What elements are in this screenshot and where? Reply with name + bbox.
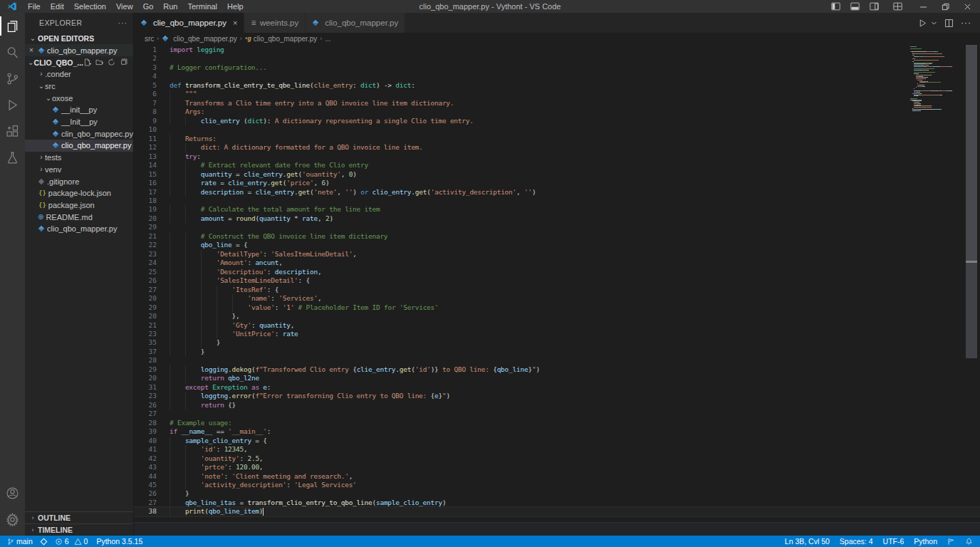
tree-item-clio-qbo-mapper-py[interactable]: clio_qbo_mapper.py: [25, 140, 133, 152]
tab-clio-qbo-mapper-py[interactable]: clio_qbo_mapper.py: [306, 13, 405, 33]
explorer-icon[interactable]: [0, 13, 25, 39]
extensions-icon[interactable]: [0, 118, 25, 145]
breadcrumb-item[interactable]: ...: [325, 35, 330, 43]
tree-item-package-lock-json[interactable]: {}package-lock.json: [25, 187, 133, 199]
tree-item-package-json[interactable]: {}package.json: [25, 199, 133, 212]
line-number: 20: [134, 214, 157, 223]
code-editor[interactable]: 1import legging23# Logger configuration.…: [134, 44, 980, 536]
new-file-icon[interactable]: [83, 58, 91, 66]
tree-item-venv[interactable]: ›venv: [25, 164, 133, 176]
breadcrumb-item[interactable]: ⁹gclio_qbo_mapper.py: [245, 35, 317, 43]
split-editor-icon[interactable]: [944, 19, 954, 28]
new-folder-icon[interactable]: [95, 58, 103, 66]
code-line: 38print(qbo_line_item): [134, 507, 980, 516]
python-file-icon: [53, 107, 58, 113]
editor-scrollbar[interactable]: [966, 45, 977, 358]
tree-item-clio-qbo-mapper-py[interactable]: clio_qbo_mapper.py: [25, 223, 133, 235]
tab-weeints-py[interactable]: ≣weeints.py: [244, 13, 306, 33]
code-line: 44'note': 'Client meeting and research.'…: [134, 472, 980, 481]
tree-item-oxose[interactable]: ⌄oxose: [25, 92, 133, 104]
git-branch-indicator[interactable]: main: [7, 537, 33, 546]
error-icon: [55, 538, 63, 546]
testing-icon[interactable]: [0, 145, 25, 171]
close-icon[interactable]: [964, 3, 971, 11]
language-indicator[interactable]: Python: [914, 537, 937, 546]
breadcrumb-item[interactable]: src: [145, 35, 154, 43]
source-control-icon[interactable]: [0, 66, 25, 92]
encoding-indicator[interactable]: UTF-6: [883, 537, 905, 546]
line-number: 40: [134, 437, 157, 445]
cursor-position[interactable]: Ln 3B, Cvl 50: [785, 537, 830, 546]
minimize-icon[interactable]: [919, 3, 927, 11]
breadcrumb: src›clio_qbe_mapper.py›⁹gclio_qbo_mapper…: [134, 33, 980, 44]
restore-icon[interactable]: [942, 3, 949, 11]
notifications-bell-icon[interactable]: [965, 538, 973, 546]
menu-help[interactable]: Help: [222, 2, 249, 11]
menu-view[interactable]: View: [111, 2, 138, 11]
workspace-section[interactable]: ⌄ CLIO_QBO_...: [25, 56, 133, 68]
chevron-right-icon: ›: [38, 71, 45, 78]
settings-gear-icon[interactable]: [0, 506, 25, 533]
tab-clie-qbo-mapper-py[interactable]: clie_qbo_mapper.py×: [134, 13, 244, 33]
breadcrumb-item[interactable]: clio_qbe_mapper.py: [162, 35, 237, 43]
code-line: 39if __name__ == '__main__':: [134, 427, 980, 436]
python-file-icon: [313, 20, 318, 26]
tree-item-src[interactable]: ⌄src: [25, 80, 133, 93]
tree-item--init-py[interactable]: __init__py: [25, 104, 133, 116]
refresh-icon[interactable]: [108, 58, 115, 66]
line-number: 8: [134, 108, 157, 116]
code-line: 24'Amount': ancunt,: [134, 259, 980, 267]
open-editor-item[interactable]: × clio_qbo_mapper.py: [25, 44, 133, 56]
indentation-indicator[interactable]: Spaces: 4: [840, 537, 873, 546]
tree-item-clin-qbo-mappec-py[interactable]: clin_qbo_mappec.py: [25, 127, 133, 140]
line-number: 10: [134, 125, 157, 134]
tree-item-tests[interactable]: ›tests: [25, 152, 133, 164]
tree-item--init-py[interactable]: __Init__py: [25, 116, 133, 128]
tree-item--conder[interactable]: ›.conder: [25, 68, 133, 80]
code-line: 26'SalesItemLineDetail': {: [134, 276, 980, 285]
line-number: 25: [134, 268, 157, 276]
customize-layout-icon[interactable]: [893, 2, 902, 11]
more-actions-icon[interactable]: ···: [961, 18, 971, 28]
menu-edit[interactable]: Edit: [46, 2, 69, 11]
line-number: 41: [134, 445, 157, 454]
layout-sidebar-right-icon[interactable]: [870, 2, 879, 11]
line-number: 23: [134, 250, 157, 259]
chevron-down-icon[interactable]: [931, 20, 937, 26]
collapse-all-icon[interactable]: [120, 58, 127, 66]
outline-section[interactable]: ›OUTLINE: [25, 511, 133, 523]
python-interpreter[interactable]: Python 3.5.15: [96, 537, 142, 546]
code-line: 7Transforms a Clio time entry into a QBO…: [134, 99, 980, 108]
timeline-section[interactable]: ›TIMELINE: [25, 523, 133, 536]
code-line: 45'activity_descriptien': 'Legal Service…: [134, 481, 980, 489]
sync-indicator[interactable]: [41, 539, 46, 544]
line-number: 38: [134, 507, 157, 516]
line-number: 7: [134, 99, 157, 108]
search-icon[interactable]: [0, 39, 25, 66]
explorer-sidebar: EXPLORER ··· ⌄ OPEN EDITORS × clio_qbo_m…: [25, 13, 134, 536]
layout-panel-icon[interactable]: [850, 2, 860, 11]
status-bar: main 6 0 Python 3.5.15 Ln 3B, Cvl 50 Spa…: [0, 536, 980, 547]
account-icon[interactable]: [0, 480, 25, 506]
tree-item--gitignore[interactable]: .gitignore: [25, 175, 133, 187]
close-icon[interactable]: ×: [233, 19, 237, 27]
close-icon[interactable]: ×: [29, 46, 38, 54]
menu-go[interactable]: Go: [138, 2, 159, 11]
code-line: 25'Descriptiou': description,: [134, 268, 980, 276]
menu-terminal[interactable]: Terminal: [183, 2, 223, 11]
menu-run[interactable]: Run: [158, 2, 182, 11]
code-line: 27qbe_line_itas = transform_clio_entry_t…: [134, 499, 980, 507]
line-number: 39: [134, 427, 157, 436]
editor-bottom-band: [134, 522, 980, 536]
problems-indicator[interactable]: 6 0: [55, 537, 88, 546]
explorer-more-icon[interactable]: ···: [118, 19, 128, 27]
layout-sidebar-left-icon[interactable]: [831, 2, 840, 11]
menu-selection[interactable]: Selection: [69, 2, 111, 11]
menu-file[interactable]: File: [23, 2, 46, 11]
run-python-file-icon[interactable]: [918, 19, 927, 28]
tree-item-readme-md[interactable]: ⊕README.md: [25, 211, 133, 223]
run-debug-icon[interactable]: [0, 92, 25, 118]
minimap[interactable]: [910, 46, 961, 112]
feedback-icon[interactable]: [947, 538, 955, 546]
open-editors-section[interactable]: ⌄ OPEN EDITORS: [25, 32, 133, 44]
